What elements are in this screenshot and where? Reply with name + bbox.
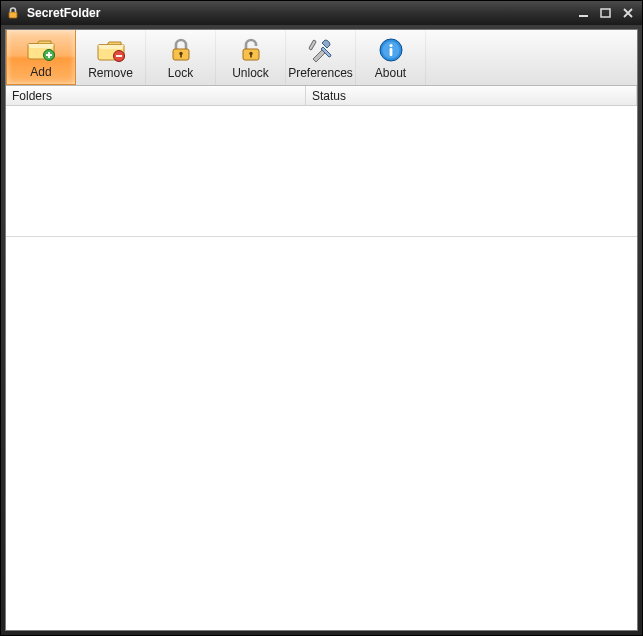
folder-list[interactable] (6, 106, 637, 630)
column-folders[interactable]: Folders (6, 86, 306, 105)
lock-label: Lock (168, 66, 193, 80)
minimize-button[interactable] (574, 5, 594, 21)
maximize-button[interactable] (596, 5, 616, 21)
titlebar[interactable]: SecretFolder (1, 1, 642, 25)
svg-rect-0 (9, 12, 17, 18)
window-chrome: Add Remove (1, 25, 642, 635)
app-lock-icon (5, 5, 21, 21)
client-area: Add Remove (5, 29, 638, 631)
about-button[interactable]: About (356, 30, 426, 85)
svg-rect-15 (389, 48, 392, 56)
column-status[interactable]: Status (306, 86, 637, 105)
svg-rect-10 (250, 54, 252, 58)
column-folders-label: Folders (12, 89, 52, 103)
toolbar: Add Remove (6, 30, 637, 86)
tools-icon (306, 36, 336, 64)
remove-button[interactable]: Remove (76, 30, 146, 85)
unlock-button[interactable]: Unlock (216, 30, 286, 85)
svg-rect-1 (579, 15, 588, 17)
window-controls (574, 5, 638, 21)
lock-closed-icon (166, 36, 196, 64)
folder-remove-icon (96, 36, 126, 64)
app-window: SecretFolder (0, 0, 643, 636)
svg-rect-11 (308, 39, 316, 49)
unlock-label: Unlock (232, 66, 269, 80)
column-status-label: Status (312, 89, 346, 103)
lock-open-icon (236, 36, 266, 64)
about-label: About (375, 66, 406, 80)
info-icon (376, 36, 406, 64)
lock-button[interactable]: Lock (146, 30, 216, 85)
add-label: Add (30, 65, 51, 79)
svg-rect-7 (180, 54, 182, 58)
folder-add-icon (26, 35, 56, 63)
close-button[interactable] (618, 5, 638, 21)
preferences-label: Preferences (288, 66, 353, 80)
list-divider (6, 236, 637, 237)
svg-rect-2 (601, 9, 610, 17)
window-title: SecretFolder (27, 6, 574, 20)
preferences-button[interactable]: Preferences (286, 30, 356, 85)
add-button[interactable]: Add (6, 30, 76, 85)
remove-label: Remove (88, 66, 133, 80)
svg-point-14 (389, 43, 392, 46)
column-headers: Folders Status (6, 86, 637, 106)
